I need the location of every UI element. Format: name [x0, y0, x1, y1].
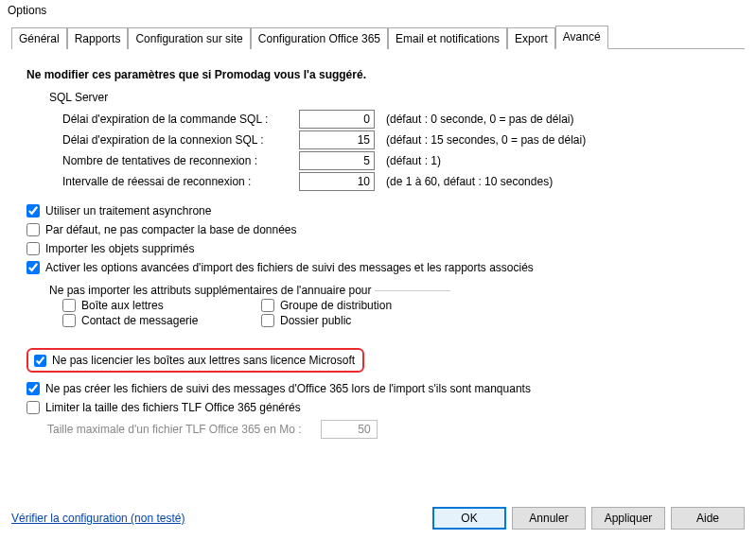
cb-attr-mailcontact[interactable] [62, 314, 76, 327]
tlf-max-input [321, 420, 378, 439]
warning-text: Ne modifier ces paramètres que si Promod… [26, 68, 730, 81]
cb-attr-publicfolder-label: Dossier public [280, 314, 351, 327]
options-window: Options Général Rapports Configuration s… [0, 0, 756, 539]
sql-reconnect-attempts-label: Nombre de tentatives de reconnexion : [62, 154, 299, 167]
cb-limit-tlf[interactable] [26, 401, 40, 414]
cb-import-deleted-label: Importer les objets supprimés [45, 242, 194, 255]
tab-advanced[interactable]: Avancé [555, 26, 608, 49]
tab-general[interactable]: Général [11, 27, 67, 49]
tab-content: Ne modifier ces paramètres que si Promod… [0, 49, 756, 448]
tab-export[interactable]: Export [507, 27, 555, 49]
sql-conn-timeout-hint: (défaut : 15 secondes, 0 = pas de délai) [386, 133, 586, 147]
cb-attr-mailcontact-label: Contact de messagerie [81, 314, 198, 327]
sql-cmd-timeout-hint: (défaut : 0 seconde, 0 = pas de délai) [386, 113, 573, 126]
ok-button[interactable]: OK [432, 507, 506, 530]
sql-reconnect-interval-hint: (de 1 à 60, défaut : 10 secondes) [386, 175, 553, 188]
cb-attr-mailbox-label: Boîte aux lettres [81, 299, 164, 312]
sql-cmd-timeout-input[interactable] [299, 110, 375, 129]
cb-attr-distgroup-label: Groupe de distribution [280, 299, 392, 312]
cb-no-compact-label: Par défaut, ne pas compacter la base de … [45, 223, 297, 236]
cb-attr-distgroup[interactable] [261, 299, 274, 312]
cb-adv-import-label: Activer les options avancées d'import de… [45, 261, 534, 274]
apply-button[interactable]: Appliquer [591, 507, 665, 530]
cb-no-compact[interactable] [26, 223, 40, 236]
sql-server-group: SQL Server Délai d'expiration de la comm… [49, 91, 730, 191]
attrs-groupbox: Ne pas importer les attributs supplément… [49, 284, 450, 333]
cb-async[interactable] [26, 204, 40, 217]
cancel-button[interactable]: Annuler [512, 507, 586, 530]
tab-bar: Général Rapports Configuration sur site … [11, 25, 745, 49]
cb-no-license-label: Ne pas licencier les boîtes aux lettres … [52, 354, 355, 367]
sql-conn-timeout-label: Délai d'expiration de la connexion SQL : [62, 133, 299, 147]
footer-bar: Vérifier la configuration (non testé) OK… [11, 507, 745, 530]
sql-reconnect-interval-input[interactable] [299, 172, 375, 191]
cb-no-create-tracking[interactable] [26, 382, 40, 395]
attrs-legend: Ne pas importer les attributs supplément… [49, 284, 375, 297]
sql-reconnect-interval-label: Intervalle de réessai de reconnexion : [62, 175, 299, 188]
cb-no-license[interactable] [34, 355, 46, 367]
tab-reports[interactable]: Rapports [67, 27, 129, 49]
verify-config-link[interactable]: Vérifier la configuration (non testé) [11, 512, 185, 525]
cb-no-create-tracking-label: Ne pas créer les fichiers de suivi des m… [45, 382, 531, 395]
sql-conn-timeout-input[interactable] [299, 130, 375, 149]
cb-limit-tlf-label: Limiter la taille des fichiers TLF Offic… [45, 401, 301, 414]
cb-async-label: Utiliser un traitement asynchrone [45, 204, 211, 217]
cb-attr-publicfolder[interactable] [261, 314, 274, 327]
tlf-max-label: Taille maximale d'un fichier TLF Office … [47, 423, 302, 436]
sql-cmd-timeout-label: Délai d'expiration de la commande SQL : [62, 113, 299, 126]
sql-legend-text: SQL Server [49, 91, 108, 104]
cb-import-deleted[interactable] [26, 242, 40, 255]
cb-adv-import[interactable] [26, 261, 40, 274]
highlighted-option: Ne pas licencier les boîtes aux lettres … [26, 348, 364, 373]
sql-legend: SQL Server [49, 91, 730, 104]
tab-o365-config[interactable]: Configuration Office 365 [251, 27, 388, 49]
window-title: Options [0, 0, 756, 21]
tab-site-config[interactable]: Configuration sur site [128, 27, 250, 49]
help-button[interactable]: Aide [671, 507, 745, 530]
sql-reconnect-attempts-input[interactable] [299, 151, 375, 170]
sql-reconnect-attempts-hint: (défaut : 1) [386, 154, 441, 167]
tab-email-notif[interactable]: Email et notifications [388, 27, 507, 49]
cb-attr-mailbox[interactable] [62, 299, 76, 312]
